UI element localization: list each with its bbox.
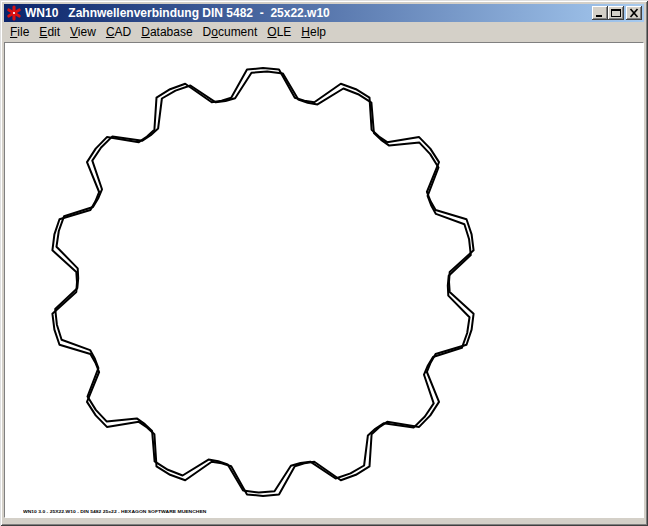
menu-item-help[interactable]: Help [296, 24, 331, 40]
window-controls [592, 6, 642, 20]
title-bar[interactable]: WN10 Zahnwellenverbindung DIN 5482 - 25x… [4, 4, 644, 22]
menu-item-database[interactable]: Database [136, 24, 197, 40]
menu-item-ole[interactable]: OLE [262, 24, 296, 40]
menu-item-document[interactable]: Document [198, 24, 263, 40]
minimize-icon [594, 8, 606, 18]
app-icon[interactable] [6, 5, 22, 21]
spline-outer-contour [52, 68, 473, 496]
app-window: WN10 Zahnwellenverbindung DIN 5482 - 25x… [0, 0, 648, 526]
menu-item-view[interactable]: View [65, 24, 101, 40]
spline-inner-contour [55, 72, 471, 493]
menu-item-cad[interactable]: CAD [101, 24, 136, 40]
close-icon [628, 8, 640, 18]
close-button[interactable] [626, 6, 642, 20]
maximize-icon [610, 8, 622, 18]
window-title: WN10 Zahnwellenverbindung DIN 5482 - 25x… [25, 4, 592, 22]
spline-profile-drawing [5, 43, 643, 517]
menu-item-edit[interactable]: Edit [34, 24, 65, 40]
drawing-canvas: WN10 3.0 - 25X22.W10 - DIN 5482 25x22 - … [4, 42, 644, 518]
menu-bar: FileEditViewCADDatabaseDocumentOLEHelp [4, 23, 644, 41]
drawing-stamp: WN10 3.0 - 25X22.W10 - DIN 5482 25x22 - … [23, 509, 206, 514]
menu-item-file[interactable]: File [5, 24, 34, 40]
minimize-button[interactable] [592, 6, 608, 20]
icon-center-dot [13, 12, 15, 14]
maximize-button[interactable] [608, 6, 624, 20]
